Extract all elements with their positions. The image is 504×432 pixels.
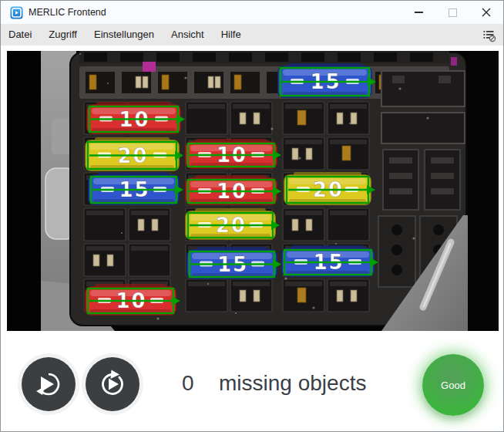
window-title: MERLIC Frontend — [29, 7, 106, 18]
run-continuous-icon — [96, 367, 129, 401]
merlic-frontend-window: MERLIC Frontend Datei Zugriff Einstellun… — [0, 0, 504, 432]
menu-item-zugriff[interactable]: Zugriff — [40, 24, 86, 46]
merlic-logo-icon — [10, 6, 23, 19]
menu-item-einstellungen[interactable]: Einstellungen — [86, 24, 163, 46]
fusebox-camera-image: 1510201015102020151510 — [7, 51, 499, 331]
run-once-button[interactable] — [22, 357, 76, 411]
titlebar: MERLIC Frontend — [1, 1, 503, 24]
window-controls — [402, 1, 503, 24]
missing-objects-status: 0 missing objects — [182, 371, 366, 396]
control-bar: 0 missing objects Good — [1, 331, 503, 431]
menu-item-ansicht[interactable]: Ansicht — [163, 24, 213, 46]
missing-objects-count: 0 — [182, 371, 197, 396]
camera-image-panel: 1510201015102020151510 — [7, 51, 499, 331]
result-list-disabled-icon — [482, 28, 496, 42]
menu-item-datei[interactable]: Datei — [1, 24, 40, 46]
inspection-result-label: Good — [441, 380, 465, 391]
close-button[interactable] — [469, 1, 503, 24]
inspection-result-button[interactable]: Good — [422, 354, 484, 416]
run-once-icon — [32, 367, 66, 401]
minimize-icon — [415, 12, 423, 13]
maximize-icon — [449, 8, 457, 17]
menubar: Datei Zugriff Einstellungen Ansicht Hilf… — [1, 24, 503, 46]
maximize-button[interactable] — [435, 1, 469, 24]
close-icon — [482, 8, 491, 17]
run-continuous-button[interactable] — [86, 357, 139, 411]
missing-objects-label: missing objects — [219, 371, 366, 396]
result-list-button[interactable] — [479, 25, 498, 44]
menu-item-hilfe[interactable]: Hilfe — [213, 24, 250, 46]
minimize-button[interactable] — [402, 1, 435, 24]
